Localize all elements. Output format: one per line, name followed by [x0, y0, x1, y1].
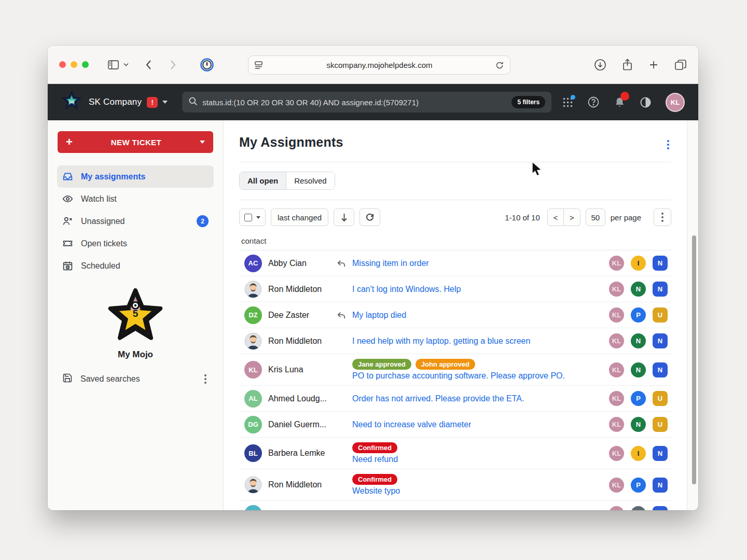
- status-badge[interactable]: N: [631, 362, 646, 377]
- status-badge[interactable]: N: [653, 333, 668, 348]
- apps-grid-icon[interactable]: [562, 97, 573, 108]
- sort-direction-button[interactable]: [334, 208, 354, 226]
- saved-searches-item[interactable]: Saved searches: [57, 372, 214, 386]
- ticket-subject-link[interactable]: Missing item in order: [352, 259, 429, 268]
- tab-all-open[interactable]: All open: [240, 172, 286, 189]
- status-badge[interactable]: KL: [609, 446, 624, 461]
- ticket-row[interactable]: Ron MiddletonI can't log into Windows. H…: [239, 276, 671, 302]
- back-icon[interactable]: [145, 60, 151, 70]
- list-options-kebab-icon[interactable]: [665, 138, 671, 151]
- sidebar-item-open-tickets[interactable]: Open tickets: [57, 232, 214, 255]
- notifications-bell-icon[interactable]: [614, 96, 626, 108]
- status-badge[interactable]: KL: [609, 362, 624, 377]
- address-bar[interactable]: skcompany.mojohelpdesk.com: [248, 55, 510, 75]
- ticket-subject-link[interactable]: I need help with my laptop. getting a bl…: [352, 337, 530, 346]
- minimize-window-button[interactable]: [71, 61, 77, 68]
- status-badge[interactable]: KL: [609, 506, 624, 510]
- ticket-row[interactable]: Ron MiddletonConfirmedWebsite typoKLPN: [239, 469, 671, 501]
- status-badge[interactable]: KL: [609, 307, 624, 323]
- chevron-down-icon[interactable]: [123, 63, 129, 66]
- status-badge[interactable]: N: [653, 446, 668, 461]
- new-ticket-button[interactable]: + NEW TICKET: [58, 131, 213, 153]
- close-window-button[interactable]: [59, 61, 66, 68]
- ticket-row[interactable]: ACAbby CianMissing item in orderKLIN: [239, 250, 671, 276]
- status-badge[interactable]: KL: [609, 256, 624, 271]
- status-badge[interactable]: N: [631, 417, 646, 432]
- downloads-icon[interactable]: [594, 59, 606, 71]
- alert-badge[interactable]: !: [147, 97, 158, 108]
- status-badge[interactable]: U: [653, 417, 668, 432]
- new-ticket-caret-icon[interactable]: [200, 141, 205, 144]
- reader-icon[interactable]: [255, 61, 264, 69]
- status-badge[interactable]: I: [631, 446, 646, 461]
- page-size-button[interactable]: 50: [586, 208, 605, 226]
- ticket-subject-link[interactable]: PO to purchase accounting software. Plea…: [352, 371, 565, 381]
- ticket-row[interactable]: KLKris LunaJane approvedJohn approvedPO …: [239, 354, 671, 386]
- status-badge[interactable]: P: [631, 307, 646, 323]
- ticket-subject-link[interactable]: Order has not arrived. Please provide th…: [352, 394, 524, 403]
- status-badge[interactable]: KL: [609, 333, 624, 348]
- ticket-subject-link[interactable]: My laptop died: [352, 311, 406, 320]
- status-badge[interactable]: P: [631, 478, 646, 493]
- status-badge[interactable]: I: [631, 256, 646, 271]
- status-badge[interactable]: N: [653, 282, 668, 297]
- company-caret-icon[interactable]: [162, 101, 168, 104]
- status-badge[interactable]: KL: [609, 478, 624, 493]
- ticket-row[interactable]: KLN: [239, 501, 671, 510]
- status-badge[interactable]: KL: [609, 391, 624, 406]
- sidebar-item-unassigned[interactable]: Unassigned2: [57, 210, 214, 232]
- ticket-row[interactable]: DZDee ZasterMy laptop diedKLPU: [239, 302, 671, 328]
- checkbox-icon[interactable]: [244, 214, 252, 221]
- ticket-row[interactable]: DGDaniel Guerm...Need to increase valve …: [239, 412, 671, 438]
- share-icon[interactable]: [622, 59, 633, 71]
- next-page-button[interactable]: >: [564, 208, 580, 226]
- tab-overview-icon[interactable]: [674, 59, 687, 71]
- status-badge[interactable]: [631, 506, 646, 510]
- sidebar-item-scheduled[interactable]: Scheduled: [57, 255, 214, 277]
- company-name[interactable]: SK Company: [89, 97, 142, 107]
- password-extension-icon[interactable]: [200, 58, 214, 72]
- ticket-tag: Jane approved: [352, 359, 411, 370]
- refresh-button[interactable]: [359, 208, 380, 226]
- tab-resolved[interactable]: Resolved: [286, 172, 335, 189]
- sidebar-item-watch-list[interactable]: Watch list: [57, 188, 214, 210]
- ticket-subject-link[interactable]: Need to increase valve diameter: [352, 420, 471, 429]
- saved-searches-kebab-icon[interactable]: [202, 372, 209, 386]
- ticket-row[interactable]: BLBarbera LemkeConfirmedNeed refundKLIN: [239, 438, 671, 469]
- status-badge[interactable]: N: [631, 282, 646, 297]
- mojo-logo[interactable]: [61, 91, 82, 114]
- ticket-row[interactable]: Ron MiddletonI need help with my laptop.…: [239, 328, 671, 354]
- status-badge[interactable]: N: [653, 506, 668, 510]
- sort-button[interactable]: last changed: [271, 208, 328, 226]
- prev-page-button[interactable]: <: [547, 208, 564, 226]
- status-badge[interactable]: N: [631, 333, 646, 348]
- new-tab-icon[interactable]: [648, 60, 659, 70]
- reload-icon[interactable]: [495, 61, 504, 69]
- sidebar-item-my-assignments[interactable]: My assignments: [57, 165, 214, 188]
- status-badge[interactable]: U: [653, 391, 668, 406]
- app-body: + NEW TICKET My assignmentsWatch listUna…: [48, 120, 698, 510]
- filters-badge[interactable]: 5 filters: [511, 96, 545, 108]
- ticket-subject-link[interactable]: I can't log into Windows. Help: [352, 285, 461, 294]
- status-badge[interactable]: KL: [609, 417, 624, 432]
- status-badge[interactable]: KL: [609, 282, 624, 297]
- ticket-subject-link[interactable]: Need refund: [352, 455, 398, 464]
- toolbar-kebab-button[interactable]: [654, 208, 671, 226]
- scrollbar-thumb[interactable]: [692, 235, 696, 484]
- sidebar-toggle-icon[interactable]: [108, 60, 119, 69]
- forward-icon[interactable]: [170, 60, 176, 70]
- status-badge[interactable]: P: [631, 391, 646, 406]
- select-all-button[interactable]: [239, 208, 266, 226]
- status-badge[interactable]: N: [653, 256, 668, 271]
- ticket-search-input[interactable]: status.id:(10 OR 20 OR 30 OR 40) AND ass…: [182, 92, 551, 113]
- zoom-window-button[interactable]: [82, 61, 89, 68]
- contact-name: Barbera Lemke: [268, 449, 337, 458]
- contrast-toggle-icon[interactable]: [640, 96, 652, 108]
- help-icon[interactable]: [587, 96, 600, 108]
- ticket-row[interactable]: ALAhmed Loudg...Order has not arrived. P…: [239, 386, 671, 412]
- user-avatar[interactable]: KL: [666, 93, 685, 112]
- status-badge[interactable]: N: [653, 478, 668, 493]
- status-badge[interactable]: U: [653, 307, 668, 323]
- status-badge[interactable]: N: [653, 362, 668, 377]
- ticket-subject-link[interactable]: Website typo: [352, 486, 400, 496]
